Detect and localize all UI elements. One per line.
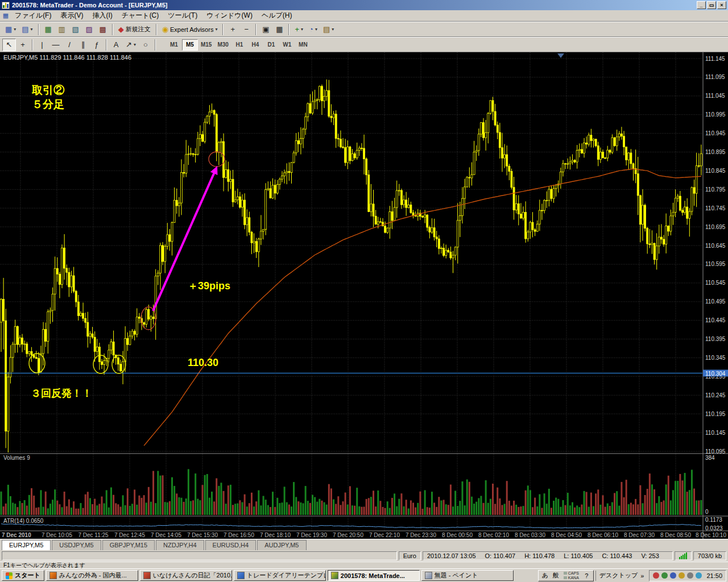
chart-tab-nzdjpy-h4[interactable]: NZDJPY,H4	[156, 540, 204, 550]
zoom-out-button[interactable]: −	[239, 23, 253, 36]
strategy-tester-button[interactable]: ▩	[96, 23, 110, 36]
navigator-button[interactable]: ▧	[69, 23, 82, 36]
toolbar-separator	[38, 24, 39, 35]
svg-text:110.595: 110.595	[705, 261, 726, 267]
arrow-objects-icon: ↗	[126, 41, 132, 48]
cursor-icon: ↖	[6, 41, 13, 48]
cascade-windows-button[interactable]: ▣	[259, 23, 272, 36]
restore-button[interactable]: ▭	[707, 1, 716, 9]
timeframe-m1-button[interactable]: M1	[166, 39, 182, 51]
crosshair-button[interactable]: +	[16, 39, 30, 51]
timeframe-h4-button[interactable]: H4	[247, 39, 263, 51]
text-label-button[interactable]: A	[109, 39, 123, 51]
periods-icon: ◔	[309, 26, 313, 33]
tray-antivirus-icon[interactable]	[653, 572, 659, 579]
timeframe-m30-button[interactable]: M30	[214, 39, 231, 51]
market-watch-button[interactable]: ▦	[42, 23, 55, 36]
tray-update-icon[interactable]	[679, 572, 685, 579]
svg-text:110.395: 110.395	[705, 336, 726, 342]
desktop-toolbar[interactable]: デスクトップ »	[595, 571, 648, 581]
svg-text:8 Dec 03:30: 8 Dec 03:30	[515, 532, 545, 538]
data-window-button[interactable]: ▥	[55, 23, 69, 36]
taskbar-task-button[interactable]: 無題 - ペイント	[421, 570, 514, 581]
standard-toolbar: ▦▾▤▾▦▥▧▨▩◆新規注文◉Expert Advisors▾+−▣▦+▾◔▾▤…	[0, 22, 728, 37]
taskbar-task-label: トレードダイアリーテンプレー...	[247, 571, 326, 580]
cursor-button[interactable]: ↖	[2, 39, 16, 51]
taskbar-task-label: 無題 - ペイント	[435, 571, 478, 580]
timeframe-w1-button[interactable]: W1	[279, 39, 295, 51]
chart-profiles-button[interactable]: ▤▾	[19, 23, 35, 36]
minimize-button[interactable]: _	[697, 1, 706, 9]
fibonacci-button[interactable]: ƒ	[90, 39, 104, 51]
taskbar-clock: 21:50	[706, 572, 722, 579]
start-button[interactable]: スタート	[2, 570, 44, 581]
timeframe-mn-button[interactable]: MN	[295, 39, 311, 51]
templates-caret-icon: ▾	[332, 27, 334, 32]
system-tray: 21:50	[649, 570, 726, 581]
svg-text:110.345: 110.345	[705, 355, 726, 361]
expert-advisors-caret-icon: ▾	[215, 27, 217, 32]
menu-insert[interactable]: 挿入(I)	[88, 10, 117, 21]
ime-help-button[interactable]: ?	[582, 571, 592, 580]
templates-icon: ▤	[323, 26, 330, 33]
title-bar: 2001578: MetaTrader - Demo Account - [EU…	[0, 0, 728, 10]
ime-input-mode-button[interactable]: あ	[540, 571, 550, 580]
menu-window[interactable]: ウィンドウ(W)	[202, 10, 257, 21]
tile-windows-button[interactable]: ▦	[272, 23, 286, 36]
menu-help[interactable]: ヘルプ(H)	[257, 10, 297, 21]
expert-advisors-button[interactable]: ◉Expert Advisors▾	[159, 23, 221, 36]
chart-tab-usdjpy-m5[interactable]: USDJPY,M5	[52, 540, 101, 550]
close-button[interactable]: ×	[717, 1, 726, 9]
templates-button[interactable]: ▤▾	[320, 23, 337, 36]
zoom-in-button[interactable]: +	[226, 23, 239, 36]
terminal-button[interactable]: ▨	[82, 23, 96, 36]
tray-volume-icon[interactable]	[687, 572, 693, 579]
vertical-line-icon: |	[41, 41, 43, 48]
toolbar-separator	[288, 24, 289, 35]
tray-network-icon[interactable]	[670, 572, 676, 579]
taskbar-task-label: みんなの外為 - 国内最...	[59, 571, 127, 580]
chart-tab-audjpy-m5[interactable]: AUDJPY,M5	[257, 540, 306, 550]
new-chart-button[interactable]: ▦▾	[2, 23, 19, 36]
periods-button[interactable]: ◔▾	[306, 23, 320, 36]
status-bar-open: O: 110.407	[485, 552, 516, 559]
zoom-in-icon: +	[231, 26, 235, 33]
chart-tab-gbpjpy-m15[interactable]: GBPJPY,M15	[102, 540, 155, 550]
firefox-icon	[49, 572, 57, 579]
ellipse-object-button[interactable]: ○	[139, 39, 152, 51]
taskbar-task-button[interactable]: みんなの外為 - 国内最...	[46, 570, 138, 581]
menu-items: ファイル(F)表示(V)挿入(I)チャート(C)ツール(T)ウィンドウ(W)ヘル…	[10, 10, 296, 21]
tray-display-icon[interactable]	[696, 572, 702, 579]
ime-conversion-mode-button[interactable]: 般	[551, 571, 561, 580]
timeframe-d1-button[interactable]: D1	[263, 39, 279, 51]
taskbar-task-button[interactable]: 2001578: MetaTrade...	[328, 570, 420, 581]
charts-toolbar-row: ↖+|—/∥ƒA↗▾○ M1M5M15M30H1H4D1W1MN	[0, 37, 728, 52]
desktop-toolbar-expand-icon[interactable]: »	[640, 572, 644, 579]
menu-tools[interactable]: ツール(T)	[163, 10, 202, 21]
chart-tab-eurjpy-m5[interactable]: EURJPY,M5	[2, 540, 51, 550]
indicators-list-button[interactable]: +▾	[292, 23, 306, 36]
timeframe-m15-button[interactable]: M15	[198, 39, 214, 51]
trendline-button[interactable]: /	[63, 39, 76, 51]
menu-view[interactable]: 表示(V)	[56, 10, 88, 21]
new-order-button[interactable]: ◆新規注文	[115, 23, 154, 36]
timeframe-h1-button[interactable]: H1	[231, 39, 247, 51]
volume-pane-label: Volumes 9	[3, 455, 30, 461]
equidistant-channel-button[interactable]: ∥	[76, 39, 90, 51]
menu-charts[interactable]: チャート(C)	[117, 10, 164, 21]
svg-text:8 Dec 06:10: 8 Dec 06:10	[588, 532, 618, 538]
toolbar-separator	[155, 39, 156, 51]
taskbar-task-button[interactable]: トレードダイアリーテンプレー...	[234, 570, 326, 581]
timeframe-m5-button[interactable]: M5	[182, 39, 198, 51]
taskbar-task-button[interactable]: いなけんさんの日記「2010...	[140, 570, 232, 581]
chart-tab-eurusd-h4[interactable]: EURUSD,H4	[205, 540, 257, 550]
arrow-objects-caret-icon: ▾	[134, 42, 136, 47]
chart-canvas[interactable]: 取引②５分足＋39pips110.30３回反発！！111.145111.0951…	[0, 52, 728, 539]
menu-file[interactable]: ファイル(F)	[10, 10, 56, 21]
tray-ime-icon[interactable]	[661, 572, 668, 579]
indicators-list-icon: +	[295, 26, 299, 33]
horizontal-line-button[interactable]: —	[49, 39, 63, 51]
zoom-out-icon: −	[245, 26, 249, 33]
arrow-objects-button[interactable]: ↗▾	[123, 39, 139, 51]
vertical-line-button[interactable]: |	[35, 39, 49, 51]
